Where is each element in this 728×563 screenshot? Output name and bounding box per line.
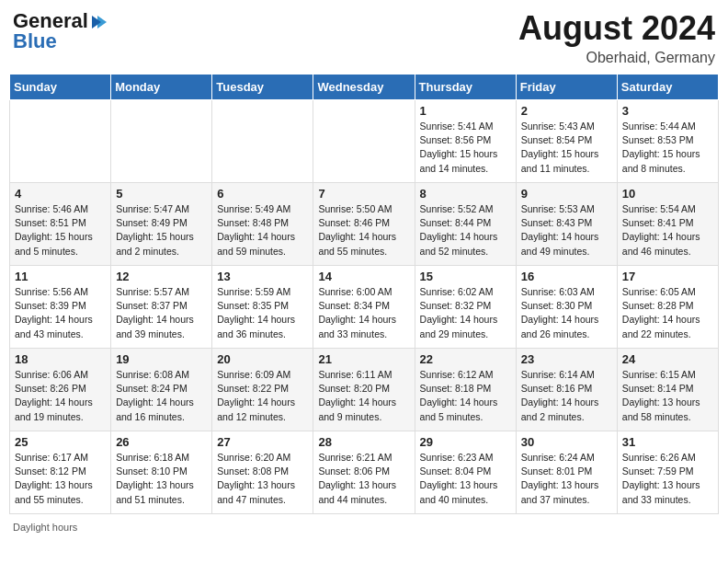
day-number: 23 [521, 352, 612, 366]
day-info: Sunrise: 6:17 AM Sunset: 8:12 PM Dayligh… [15, 451, 106, 507]
column-header-tuesday: Tuesday [212, 75, 313, 100]
day-number: 14 [318, 270, 409, 283]
day-info: Sunrise: 6:00 AM Sunset: 8:34 PM Dayligh… [318, 285, 409, 341]
day-number: 18 [15, 352, 106, 366]
footer: Daylight hours [9, 522, 719, 533]
day-info: Sunrise: 6:20 AM Sunset: 8:08 PM Dayligh… [217, 451, 308, 507]
day-number: 12 [116, 270, 207, 283]
calendar-cell [212, 100, 313, 183]
calendar-cell: 9Sunrise: 5:53 AM Sunset: 8:43 PM Daylig… [516, 183, 617, 266]
calendar-cell: 11Sunrise: 5:56 AM Sunset: 8:39 PM Dayli… [10, 266, 111, 349]
calendar-cell: 5Sunrise: 5:47 AM Sunset: 8:49 PM Daylig… [111, 183, 212, 266]
day-number: 19 [116, 352, 207, 366]
calendar-cell: 3Sunrise: 5:44 AM Sunset: 8:53 PM Daylig… [617, 100, 718, 183]
calendar-cell: 14Sunrise: 6:00 AM Sunset: 8:34 PM Dayli… [313, 266, 415, 349]
day-number: 2 [521, 104, 612, 118]
calendar-cell: 12Sunrise: 5:57 AM Sunset: 8:37 PM Dayli… [111, 266, 212, 349]
page-header: General Blue August 2024 Oberhaid, Germa… [9, 9, 719, 66]
calendar-cell: 31Sunrise: 6:26 AM Sunset: 7:59 PM Dayli… [617, 431, 718, 514]
calendar-cell: 25Sunrise: 6:17 AM Sunset: 8:12 PM Dayli… [10, 431, 111, 514]
calendar-cell: 13Sunrise: 5:59 AM Sunset: 8:35 PM Dayli… [212, 266, 313, 349]
day-info: Sunrise: 5:47 AM Sunset: 8:49 PM Dayligh… [116, 202, 207, 259]
day-number: 7 [318, 187, 409, 201]
day-number: 5 [116, 187, 207, 201]
day-number: 30 [521, 435, 612, 449]
calendar-cell [313, 100, 415, 183]
calendar-cell: 28Sunrise: 6:21 AM Sunset: 8:06 PM Dayli… [313, 431, 415, 514]
day-number: 8 [420, 187, 511, 201]
day-number: 20 [217, 352, 308, 366]
day-number: 27 [217, 435, 308, 449]
calendar-cell: 22Sunrise: 6:12 AM Sunset: 8:18 PM Dayli… [415, 349, 516, 431]
calendar-cell: 6Sunrise: 5:49 AM Sunset: 8:48 PM Daylig… [212, 183, 313, 266]
calendar-cell: 24Sunrise: 6:15 AM Sunset: 8:14 PM Dayli… [617, 349, 718, 431]
calendar-week-row: 11Sunrise: 5:56 AM Sunset: 8:39 PM Dayli… [10, 266, 719, 349]
day-info: Sunrise: 5:46 AM Sunset: 8:51 PM Dayligh… [15, 202, 106, 259]
day-info: Sunrise: 5:57 AM Sunset: 8:37 PM Dayligh… [116, 285, 207, 341]
day-info: Sunrise: 6:18 AM Sunset: 8:10 PM Dayligh… [116, 451, 207, 507]
calendar-header-row: SundayMondayTuesdayWednesdayThursdayFrid… [10, 75, 719, 100]
calendar-table: SundayMondayTuesdayWednesdayThursdayFrid… [9, 74, 719, 514]
calendar-cell: 1Sunrise: 5:41 AM Sunset: 8:56 PM Daylig… [415, 100, 516, 183]
day-number: 31 [622, 435, 713, 449]
day-info: Sunrise: 5:52 AM Sunset: 8:44 PM Dayligh… [420, 202, 511, 259]
day-number: 17 [622, 270, 713, 283]
day-number: 29 [420, 435, 511, 449]
day-number: 9 [521, 187, 612, 201]
day-info: Sunrise: 5:53 AM Sunset: 8:43 PM Dayligh… [521, 202, 612, 259]
day-info: Sunrise: 6:24 AM Sunset: 8:01 PM Dayligh… [521, 451, 612, 507]
logo-text-blue: Blue [13, 29, 57, 53]
column-header-friday: Friday [516, 75, 617, 100]
footer-label: Daylight hours [13, 522, 77, 533]
day-info: Sunrise: 6:08 AM Sunset: 8:24 PM Dayligh… [116, 368, 207, 424]
day-number: 15 [420, 270, 511, 283]
day-info: Sunrise: 5:59 AM Sunset: 8:35 PM Dayligh… [217, 285, 308, 341]
day-number: 4 [15, 187, 106, 201]
day-info: Sunrise: 5:56 AM Sunset: 8:39 PM Dayligh… [15, 285, 106, 341]
calendar-week-row: 25Sunrise: 6:17 AM Sunset: 8:12 PM Dayli… [10, 431, 719, 514]
calendar-week-row: 1Sunrise: 5:41 AM Sunset: 8:56 PM Daylig… [10, 100, 719, 183]
calendar-cell: 19Sunrise: 6:08 AM Sunset: 8:24 PM Dayli… [111, 349, 212, 431]
day-number: 3 [622, 104, 713, 118]
day-info: Sunrise: 6:12 AM Sunset: 8:18 PM Dayligh… [420, 368, 511, 424]
title-block: August 2024 Oberhaid, Germany [518, 9, 715, 66]
day-number: 6 [217, 187, 308, 201]
calendar-cell: 2Sunrise: 5:43 AM Sunset: 8:54 PM Daylig… [516, 100, 617, 183]
month-title: August 2024 [518, 9, 715, 48]
day-number: 13 [217, 270, 308, 283]
day-info: Sunrise: 5:49 AM Sunset: 8:48 PM Dayligh… [217, 202, 308, 259]
column-header-thursday: Thursday [415, 75, 516, 100]
day-info: Sunrise: 6:09 AM Sunset: 8:22 PM Dayligh… [217, 368, 308, 424]
day-info: Sunrise: 6:05 AM Sunset: 8:28 PM Dayligh… [622, 285, 713, 341]
day-info: Sunrise: 6:06 AM Sunset: 8:26 PM Dayligh… [15, 368, 106, 424]
calendar-week-row: 18Sunrise: 6:06 AM Sunset: 8:26 PM Dayli… [10, 349, 719, 431]
day-info: Sunrise: 6:15 AM Sunset: 8:14 PM Dayligh… [622, 368, 713, 424]
day-info: Sunrise: 6:03 AM Sunset: 8:30 PM Dayligh… [521, 285, 612, 341]
calendar-cell: 16Sunrise: 6:03 AM Sunset: 8:30 PM Dayli… [516, 266, 617, 349]
day-number: 1 [420, 104, 511, 118]
calendar-cell: 21Sunrise: 6:11 AM Sunset: 8:20 PM Dayli… [313, 349, 415, 431]
day-info: Sunrise: 6:14 AM Sunset: 8:16 PM Dayligh… [521, 368, 612, 424]
logo: General Blue [13, 9, 110, 53]
calendar-cell [111, 100, 212, 183]
calendar-cell: 30Sunrise: 6:24 AM Sunset: 8:01 PM Dayli… [516, 431, 617, 514]
day-number: 25 [15, 435, 106, 449]
day-number: 22 [420, 352, 511, 366]
calendar-week-row: 4Sunrise: 5:46 AM Sunset: 8:51 PM Daylig… [10, 183, 719, 266]
calendar-cell: 18Sunrise: 6:06 AM Sunset: 8:26 PM Dayli… [10, 349, 111, 431]
day-number: 26 [116, 435, 207, 449]
day-info: Sunrise: 6:26 AM Sunset: 7:59 PM Dayligh… [622, 451, 713, 507]
day-number: 24 [622, 352, 713, 366]
calendar-cell [10, 100, 111, 183]
day-info: Sunrise: 6:23 AM Sunset: 8:04 PM Dayligh… [420, 451, 511, 507]
calendar-cell: 8Sunrise: 5:52 AM Sunset: 8:44 PM Daylig… [415, 183, 516, 266]
column-header-saturday: Saturday [617, 75, 718, 100]
day-info: Sunrise: 6:21 AM Sunset: 8:06 PM Dayligh… [318, 451, 409, 507]
day-info: Sunrise: 6:02 AM Sunset: 8:32 PM Dayligh… [420, 285, 511, 341]
day-info: Sunrise: 5:50 AM Sunset: 8:46 PM Dayligh… [318, 202, 409, 259]
calendar-cell: 7Sunrise: 5:50 AM Sunset: 8:46 PM Daylig… [313, 183, 415, 266]
calendar-cell: 23Sunrise: 6:14 AM Sunset: 8:16 PM Dayli… [516, 349, 617, 431]
calendar-cell: 17Sunrise: 6:05 AM Sunset: 8:28 PM Dayli… [617, 266, 718, 349]
calendar-cell: 26Sunrise: 6:18 AM Sunset: 8:10 PM Dayli… [111, 431, 212, 514]
day-number: 21 [318, 352, 409, 366]
